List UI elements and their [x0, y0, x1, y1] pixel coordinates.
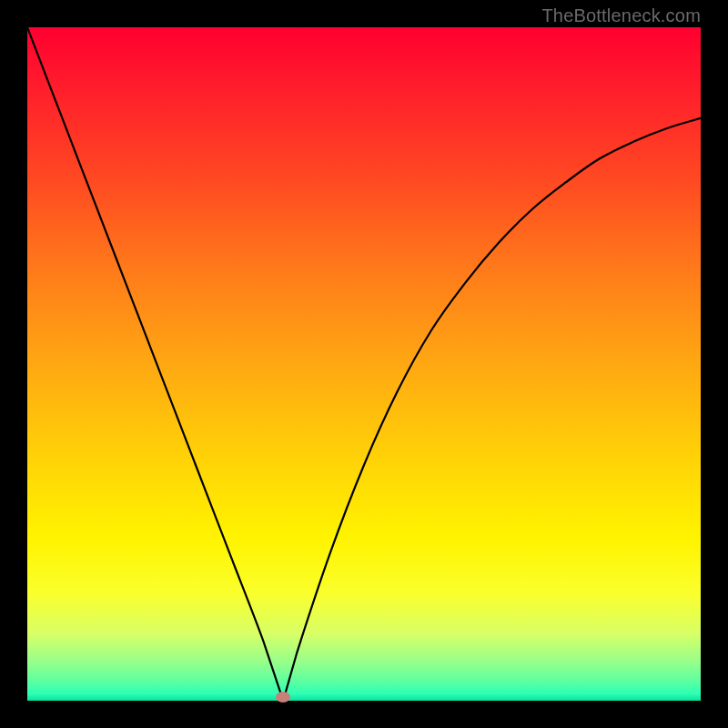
curve-svg	[27, 27, 701, 701]
bottleneck-curve	[27, 27, 701, 701]
minimum-marker	[276, 692, 290, 703]
plot-area	[27, 27, 701, 701]
chart-container: TheBottleneck.com	[0, 0, 728, 728]
attribution-text: TheBottleneck.com	[541, 5, 701, 26]
